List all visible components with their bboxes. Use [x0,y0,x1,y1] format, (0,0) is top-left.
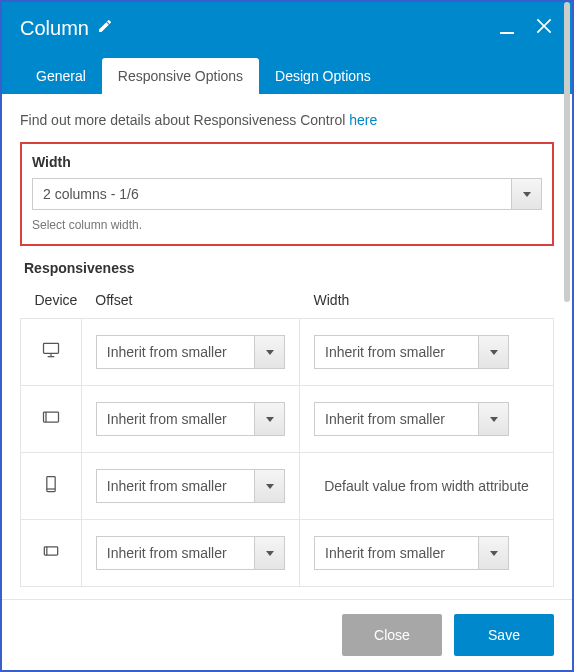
intro-prefix: Find out more details about Responsivene… [20,112,349,128]
table-row: Inherit from smaller Default value from … [21,453,554,520]
offset-select-desktop[interactable]: Inherit from smaller [96,335,285,369]
table-row: Inherit from smaller Inherit from smalle… [21,319,554,386]
scrollbar[interactable] [564,2,570,602]
scrollbar-thumb[interactable] [564,2,570,302]
chevron-down-icon [523,192,531,197]
width-select-tablet-landscape[interactable]: Inherit from smaller [314,402,509,436]
modal-content: Find out more details about Responsivene… [2,94,572,599]
chevron-down-icon [490,350,498,355]
tabs: General Responsive Options Design Option… [20,58,554,94]
width-highlight-box: Width 2 columns - 1/6 Select column widt… [20,142,554,246]
chevron-down-icon [490,417,498,422]
modal-title: Column [20,17,89,40]
column-settings-modal: Column General Responsive Options Design… [0,0,574,672]
svg-rect-2 [43,343,58,353]
width-value: Inherit from smaller [315,403,478,435]
select-button[interactable] [478,403,508,435]
desktop-icon [41,346,61,363]
col-header-offset: Offset [81,286,299,319]
tab-general[interactable]: General [20,58,102,94]
tablet-portrait-icon [41,480,61,497]
offset-value: Inherit from smaller [97,336,254,368]
width-select-value: 2 columns - 1/6 [33,179,511,209]
intro-text: Find out more details about Responsivene… [20,112,554,128]
offset-select-tablet-portrait[interactable]: Inherit from smaller [96,469,285,503]
save-button[interactable]: Save [454,614,554,656]
chevron-down-icon [266,551,274,556]
width-default-text: Default value from width attribute [314,478,539,494]
tablet-landscape-icon [41,413,61,430]
select-button[interactable] [254,470,284,502]
width-select-button[interactable] [511,179,541,209]
offset-value: Inherit from smaller [97,470,254,502]
width-select[interactable]: 2 columns - 1/6 [32,178,542,210]
col-header-device: Device [21,286,82,319]
close-button[interactable]: Close [342,614,442,656]
offset-select-tablet-landscape[interactable]: Inherit from smaller [96,402,285,436]
table-row: Inherit from smaller Inherit from smalle… [21,386,554,453]
intro-link[interactable]: here [349,112,377,128]
chevron-down-icon [266,417,274,422]
responsiveness-title: Responsiveness [24,260,554,276]
width-select-desktop[interactable]: Inherit from smaller [314,335,509,369]
responsiveness-table: Device Offset Width Inherit from small [20,286,554,587]
tab-design-options[interactable]: Design Options [259,58,387,94]
select-button[interactable] [254,537,284,569]
offset-select-phone[interactable]: Inherit from smaller [96,536,285,570]
width-select-phone[interactable]: Inherit from smaller [314,536,509,570]
tab-responsive-options[interactable]: Responsive Options [102,58,259,94]
chevron-down-icon [266,484,274,489]
offset-value: Inherit from smaller [97,537,254,569]
minimize-icon[interactable] [500,32,514,34]
select-button[interactable] [254,403,284,435]
chevron-down-icon [266,350,274,355]
chevron-down-icon [490,551,498,556]
select-button[interactable] [254,336,284,368]
phone-icon [41,547,61,564]
select-button[interactable] [478,537,508,569]
select-button[interactable] [478,336,508,368]
modal-header: Column General Responsive Options Design… [2,2,572,94]
col-header-width: Width [300,286,554,319]
width-label: Width [32,154,542,170]
width-help: Select column width. [32,218,542,232]
width-value: Inherit from smaller [315,336,478,368]
close-icon[interactable] [534,16,554,40]
width-value: Inherit from smaller [315,537,478,569]
edit-icon[interactable] [97,18,113,38]
table-row: Inherit from smaller Inherit from smalle… [21,520,554,587]
offset-value: Inherit from smaller [97,403,254,435]
modal-footer: Close Save [2,599,572,670]
